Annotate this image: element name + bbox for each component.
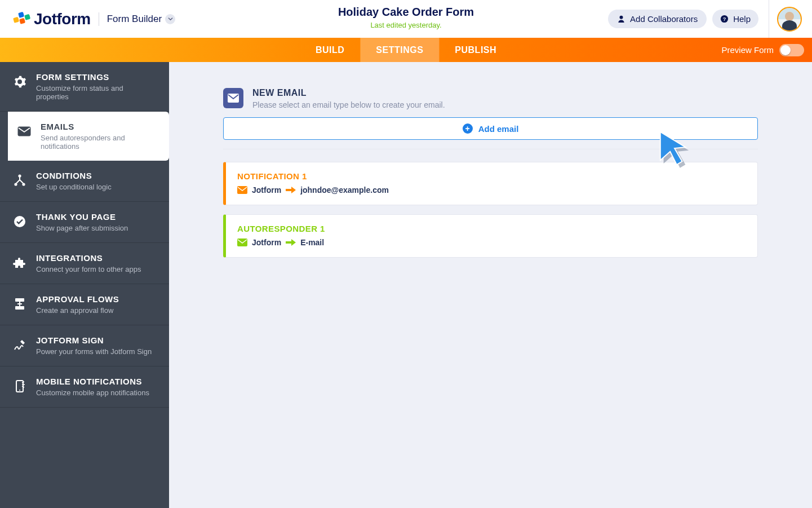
notification-from: Jotform bbox=[252, 185, 281, 195]
svg-rect-13 bbox=[15, 306, 24, 310]
sidebar-desc: Set up conditional logic bbox=[36, 183, 112, 191]
svg-rect-2 bbox=[19, 17, 25, 24]
svg-text:?: ? bbox=[723, 16, 726, 22]
svg-rect-1 bbox=[18, 11, 24, 17]
flow-icon bbox=[12, 297, 27, 311]
tab-settings[interactable]: SETTINGS bbox=[360, 38, 439, 62]
svg-rect-17 bbox=[237, 186, 247, 194]
top-header: Jotform Form Builder Holiday Cake Order … bbox=[0, 0, 812, 38]
sidebar-item-mobile-notifications[interactable]: MOBILE NOTIFICATIONSCustomize mobile app… bbox=[0, 366, 169, 408]
main-content: NEW EMAIL Please select an email type be… bbox=[169, 62, 812, 508]
sidebar-item-approval-flows[interactable]: APPROVAL FLOWSCreate an approval flow bbox=[0, 284, 169, 325]
svg-rect-3 bbox=[24, 14, 30, 20]
sidebar-title: JOTFORM SIGN bbox=[36, 335, 152, 345]
gear-icon bbox=[12, 74, 27, 89]
help-button[interactable]: ? Help bbox=[712, 10, 758, 28]
autoresponder-label: AUTORESPONDER 1 bbox=[237, 224, 746, 233]
brand-text: Jotform bbox=[34, 10, 91, 28]
tab-bar: BUILD SETTINGS PUBLISH Preview Form bbox=[0, 38, 812, 62]
preview-form-label: Preview Form bbox=[721, 45, 774, 55]
mail-badge-icon bbox=[223, 88, 243, 108]
signature-icon bbox=[12, 338, 27, 352]
add-email-label: Add email bbox=[478, 124, 519, 134]
tab-build[interactable]: BUILD bbox=[300, 38, 360, 62]
plus-circle-icon: + bbox=[463, 123, 473, 134]
sidebar-desc: Customize mobile app notifications bbox=[36, 388, 149, 397]
sidebar-title: EMAILS bbox=[41, 122, 158, 131]
mail-icon bbox=[17, 124, 32, 139]
autoresponder-card[interactable]: AUTORESPONDER 1 Jotform E-mail bbox=[223, 214, 758, 258]
sidebar-desc: Customize form status and properties bbox=[36, 84, 158, 101]
autoresponder-to: E-mail bbox=[300, 238, 324, 247]
mail-icon bbox=[237, 186, 247, 194]
form-title-block: Holiday Cake Order Form Last edited yest… bbox=[338, 6, 474, 29]
notification-label: NOTIFICATION 1 bbox=[237, 171, 746, 181]
svg-rect-0 bbox=[13, 16, 19, 23]
form-builder-dropdown[interactable] bbox=[165, 14, 175, 24]
sidebar-desc: Connect your form to other apps bbox=[36, 265, 141, 273]
notification-card[interactable]: NOTIFICATION 1 Jotform johndoe@example.c… bbox=[223, 162, 758, 205]
preview-toggle[interactable] bbox=[779, 44, 804, 56]
section-title: NEW EMAIL bbox=[252, 88, 445, 98]
sidebar-title: FORM SETTINGS bbox=[36, 72, 158, 82]
sidebar-title: THANK YOU PAGE bbox=[36, 212, 128, 222]
add-email-button[interactable]: + Add email bbox=[223, 117, 758, 140]
sidebar-title: MOBILE NOTIFICATIONS bbox=[36, 377, 149, 386]
settings-sidebar: FORM SETTINGSCustomize form status and p… bbox=[0, 62, 169, 508]
sidebar-item-thank-you[interactable]: THANK YOU PAGEShow page after submission bbox=[0, 202, 169, 243]
sidebar-item-form-settings[interactable]: FORM SETTINGSCustomize form status and p… bbox=[0, 62, 169, 112]
autoresponder-from: Jotform bbox=[252, 238, 281, 247]
sidebar-desc: Send autoresponders and notifications bbox=[41, 134, 158, 151]
sidebar-title: CONDITIONS bbox=[36, 171, 112, 180]
sidebar-item-conditions[interactable]: CONDITIONSSet up conditional logic bbox=[0, 161, 169, 202]
jotform-logo-icon bbox=[12, 10, 30, 28]
svg-rect-18 bbox=[237, 238, 247, 246]
help-label: Help bbox=[733, 14, 751, 24]
avatar[interactable] bbox=[777, 7, 802, 32]
sidebar-title: INTEGRATIONS bbox=[36, 253, 141, 263]
logo[interactable]: Jotform bbox=[12, 10, 91, 28]
sidebar-item-emails[interactable]: EMAILSSend autoresponders and notificati… bbox=[8, 112, 169, 161]
add-collaborators-button[interactable]: Add Collaborators bbox=[608, 10, 707, 28]
question-icon: ? bbox=[720, 15, 729, 23]
tab-publish[interactable]: PUBLISH bbox=[439, 38, 512, 62]
notification-to: johndoe@example.com bbox=[300, 185, 389, 195]
svg-rect-12 bbox=[15, 298, 24, 302]
arrow-right-icon bbox=[286, 186, 296, 194]
user-icon bbox=[617, 15, 625, 23]
puzzle-icon bbox=[12, 255, 27, 270]
sidebar-item-integrations[interactable]: INTEGRATIONSConnect your form to other a… bbox=[0, 243, 169, 284]
svg-point-8 bbox=[18, 174, 21, 177]
check-circle-icon bbox=[12, 214, 27, 229]
form-title[interactable]: Holiday Cake Order Form bbox=[338, 6, 474, 19]
divider bbox=[99, 12, 99, 26]
svg-point-4 bbox=[620, 16, 623, 19]
last-edited: Last edited yesterday. bbox=[338, 21, 474, 29]
section-subtitle: Please select an email type below to cre… bbox=[252, 100, 445, 109]
sidebar-desc: Power your forms with Jotform Sign bbox=[36, 347, 152, 356]
sidebar-desc: Create an approval flow bbox=[36, 306, 119, 315]
branch-icon bbox=[12, 173, 27, 188]
add-collaborators-label: Add Collaborators bbox=[630, 14, 698, 24]
svg-point-15 bbox=[19, 390, 20, 391]
new-email-header: NEW EMAIL Please select an email type be… bbox=[223, 88, 758, 109]
form-builder-label: Form Builder bbox=[107, 14, 162, 25]
arrow-right-icon bbox=[286, 238, 296, 246]
mail-icon bbox=[237, 238, 247, 246]
mobile-icon bbox=[12, 379, 27, 394]
chevron-down-icon bbox=[168, 16, 173, 21]
sidebar-desc: Show page after submission bbox=[36, 224, 128, 232]
sidebar-title: APPROVAL FLOWS bbox=[36, 294, 119, 304]
sidebar-item-jotform-sign[interactable]: JOTFORM SIGNPower your forms with Jotfor… bbox=[0, 325, 169, 366]
divider bbox=[223, 149, 758, 149]
